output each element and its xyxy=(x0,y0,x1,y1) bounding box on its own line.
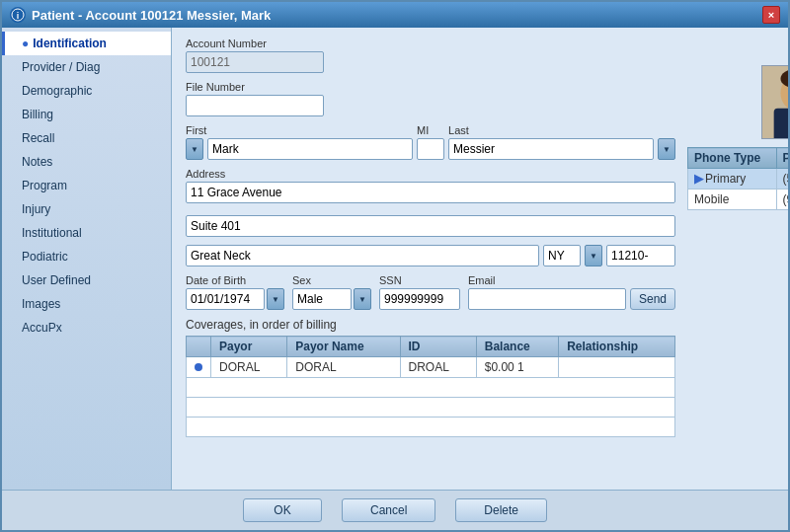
sex-group: Sex ▼ xyxy=(292,274,371,310)
content-area: Account Number File Number First MI Las xyxy=(172,28,788,490)
identification-icon: ● xyxy=(22,37,29,50)
ssn-group: SSN xyxy=(379,274,460,310)
address1-input[interactable] xyxy=(186,182,675,203)
coverage-id-header: ID xyxy=(400,337,476,357)
chevron-down-icon: ▼ xyxy=(191,145,198,154)
sidebar: ●IdentificationProvider / DiagDemographi… xyxy=(2,28,172,490)
sidebar-item-billing[interactable]: Billing xyxy=(2,103,171,126)
coverage-balance-header: Balance xyxy=(476,337,558,357)
send-button[interactable]: Send xyxy=(630,288,675,310)
coverage-relationship-header: Relationship xyxy=(559,337,675,357)
city-input[interactable] xyxy=(186,245,539,266)
right-panel: Phone Type Phone Number ▶Primary (516)55… xyxy=(687,38,788,437)
coverage-payor-header: Payor xyxy=(211,337,287,357)
phone-number-cell: (516)555-3179- xyxy=(776,169,788,190)
email-label: Email xyxy=(468,274,675,286)
sidebar-item-program[interactable]: Program xyxy=(2,174,171,197)
state-dropdown[interactable]: ▼ xyxy=(585,245,602,266)
coverage-dot-icon xyxy=(195,363,202,371)
last-name-input[interactable] xyxy=(448,138,654,160)
sidebar-item-images[interactable]: Images xyxy=(2,292,171,316)
first-name-input[interactable] xyxy=(207,138,413,160)
email-group: Email Send xyxy=(468,274,675,310)
coverage-dot-cell xyxy=(187,357,211,378)
coverage-payor-cell: DORAL xyxy=(211,357,287,378)
footer-bar: OK Cancel Delete xyxy=(2,490,788,530)
phone-type-cell: Mobile xyxy=(688,190,777,210)
table-row xyxy=(187,398,675,418)
coverage-table: Payor Payor Name ID Balance Relationship xyxy=(186,336,675,437)
table-row[interactable]: DORAL DORAL DROAL $0.00 1 xyxy=(187,357,675,378)
phone-type-cell: ▶Primary xyxy=(688,169,777,190)
account-number-group: Account Number xyxy=(186,38,675,73)
close-button[interactable]: × xyxy=(762,6,780,24)
sidebar-item-podiatric[interactable]: Podiatric xyxy=(2,245,171,268)
sidebar-item-identification[interactable]: ●Identification xyxy=(2,32,171,55)
chevron-down-icon: ▼ xyxy=(590,252,597,261)
phone-row[interactable]: Mobile (917)555-5555-555 xyxy=(688,190,788,210)
coverage-balance-cell: $0.00 1 xyxy=(476,357,558,378)
sex-label: Sex xyxy=(292,274,371,286)
sidebar-item-provider-diag[interactable]: Provider / Diag xyxy=(2,55,171,79)
coverage-payor-name-header: Payor Name xyxy=(287,337,400,357)
phone-type-header: Phone Type xyxy=(688,148,777,169)
window-title: Patient - Account 100121 Messier, Mark xyxy=(32,8,271,23)
dob-label: Date of Birth xyxy=(186,274,284,286)
coverage-section: Coverages, in order of billing Payor Pay… xyxy=(186,318,675,437)
patient-window: i Patient - Account 100121 Messier, Mark… xyxy=(0,0,790,532)
mi-input[interactable] xyxy=(417,138,444,160)
sidebar-item-institutional[interactable]: Institutional xyxy=(2,221,171,245)
table-row xyxy=(187,378,675,398)
email-input[interactable] xyxy=(468,288,626,310)
phone-row[interactable]: ▶Primary (516)555-3179- xyxy=(688,169,788,190)
name-group: First MI Last ▼ ▼ xyxy=(186,124,675,160)
address-label: Address xyxy=(186,168,675,180)
sidebar-item-demographic[interactable]: Demographic xyxy=(2,79,171,103)
coverage-relationship-cell xyxy=(559,357,675,378)
dob-input[interactable] xyxy=(186,288,265,310)
title-bar-left: i Patient - Account 100121 Messier, Mark xyxy=(10,7,271,23)
account-number-input[interactable] xyxy=(186,51,324,73)
dob-dropdown[interactable]: ▼ xyxy=(267,288,284,310)
chevron-down-icon: ▼ xyxy=(663,145,671,154)
coverage-payor-name-cell: DORAL xyxy=(287,357,400,378)
svg-rect-3 xyxy=(774,109,788,139)
table-row xyxy=(187,418,675,437)
address-group: Address xyxy=(186,168,675,207)
zip-input[interactable] xyxy=(606,245,675,266)
account-number-label: Account Number xyxy=(186,38,675,49)
main-content: ●IdentificationProvider / DiagDemographi… xyxy=(2,28,788,490)
ok-button[interactable]: OK xyxy=(243,498,322,522)
sidebar-item-recall[interactable]: Recall xyxy=(2,126,171,150)
coverage-label: Coverages, in order of billing xyxy=(186,318,675,332)
first-name-label: First xyxy=(186,124,413,136)
last-name-dropdown[interactable]: ▼ xyxy=(658,138,675,160)
sidebar-item-accupx[interactable]: AccuPx xyxy=(2,316,171,340)
last-name-label: Last xyxy=(448,124,675,136)
chevron-down-icon: ▼ xyxy=(272,295,279,304)
file-number-group: File Number xyxy=(186,81,675,116)
svg-text:i: i xyxy=(17,11,20,21)
sidebar-item-notes[interactable]: Notes xyxy=(2,150,171,174)
first-name-dropdown[interactable]: ▼ xyxy=(186,138,203,160)
sidebar-item-user-defined[interactable]: User Defined xyxy=(2,268,171,292)
address2-input[interactable] xyxy=(186,215,675,237)
state-input[interactable] xyxy=(543,245,581,266)
form-area: Account Number File Number First MI Las xyxy=(186,38,675,437)
photo-area xyxy=(687,65,788,139)
delete-button[interactable]: Delete xyxy=(455,498,547,522)
dob-group: Date of Birth ▼ xyxy=(186,274,284,310)
sex-input[interactable] xyxy=(292,288,352,310)
coverage-dot-col xyxy=(187,337,211,357)
phone-selected-icon: ▶ xyxy=(694,172,703,186)
patient-photo xyxy=(761,65,788,139)
address2-group xyxy=(186,215,675,237)
sex-dropdown[interactable]: ▼ xyxy=(354,288,371,310)
cancel-button[interactable]: Cancel xyxy=(342,498,435,522)
sidebar-item-injury[interactable]: Injury xyxy=(2,197,171,221)
file-number-input[interactable] xyxy=(186,95,324,116)
chevron-down-icon: ▼ xyxy=(358,295,366,304)
ssn-label: SSN xyxy=(379,274,460,286)
ssn-input[interactable] xyxy=(379,288,460,310)
patient-icon: i xyxy=(10,7,26,23)
